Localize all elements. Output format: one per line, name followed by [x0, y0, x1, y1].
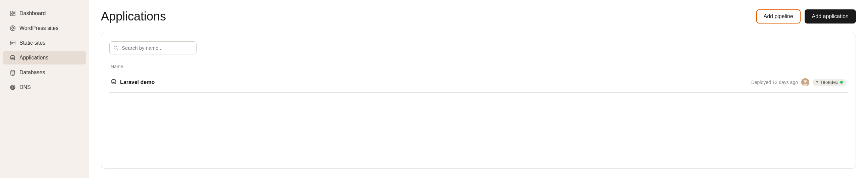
svg-rect-6	[10, 41, 15, 45]
search-icon	[113, 45, 118, 50]
sidebar-item-label: Applications	[20, 55, 48, 61]
main-content: Applications Add pipeline Add applicatio…	[89, 0, 868, 178]
sidebar-item-label: Dashboard	[20, 10, 45, 17]
branch-icon: ⌥	[816, 80, 818, 85]
column-meta	[348, 61, 847, 72]
sidebar-item-label: Databases	[20, 69, 45, 76]
search-input[interactable]	[109, 41, 196, 54]
add-application-button[interactable]: Add application	[805, 9, 856, 24]
dashboard-icon	[9, 10, 16, 17]
page-title: Applications	[101, 9, 166, 24]
main-header: Applications Add pipeline Add applicatio…	[101, 9, 856, 24]
content-card: Name	[101, 33, 856, 169]
avatar	[801, 78, 809, 86]
svg-point-20	[803, 84, 808, 86]
sidebar-item-dns[interactable]: DNS	[3, 81, 86, 94]
sidebar: Dashboard WordPress sites Static s	[0, 0, 89, 178]
wordpress-icon	[9, 25, 16, 32]
sidebar-item-label: DNS	[20, 84, 31, 90]
svg-point-11	[11, 70, 15, 72]
app-meta-cell: Deployed 12 days ago ⌥ f8e0d0a	[348, 72, 847, 93]
applications-table: Name	[109, 61, 847, 93]
sidebar-item-static-sites[interactable]: Static sites	[3, 36, 86, 50]
sidebar-item-label: Static sites	[20, 40, 45, 46]
header-buttons: Add pipeline Add application	[756, 9, 856, 24]
commit-badge: ⌥ f8e0d0a	[813, 79, 846, 86]
sidebar-item-label: WordPress sites	[20, 25, 58, 31]
svg-point-10	[11, 56, 15, 57]
sidebar-item-wordpress-sites[interactable]: WordPress sites	[3, 22, 86, 35]
sidebar-item-databases[interactable]: Databases	[3, 66, 86, 79]
search-wrapper	[109, 41, 196, 54]
dns-icon	[9, 84, 16, 91]
status-dot	[840, 81, 843, 84]
app-name-cell: Laravel demo	[109, 72, 348, 93]
sidebar-item-applications[interactable]: Applications	[3, 51, 86, 64]
databases-icon	[9, 69, 16, 76]
app-icon	[111, 79, 117, 86]
sidebar-item-dashboard[interactable]: Dashboard	[3, 7, 86, 20]
commit-hash: f8e0d0a	[820, 80, 838, 85]
svg-line-16	[117, 49, 118, 50]
svg-point-1	[12, 27, 14, 29]
static-sites-icon	[9, 40, 16, 46]
svg-point-17	[112, 80, 116, 81]
add-pipeline-button[interactable]: Add pipeline	[756, 9, 801, 24]
table-row: Laravel demo Deployed 12 days ago	[109, 72, 847, 93]
applications-icon	[9, 54, 16, 61]
svg-point-19	[804, 80, 807, 83]
svg-point-15	[114, 46, 117, 49]
deploy-time: Deployed 12 days ago	[751, 80, 798, 85]
app-name: Laravel demo	[120, 79, 155, 85]
column-name: Name	[109, 61, 348, 72]
